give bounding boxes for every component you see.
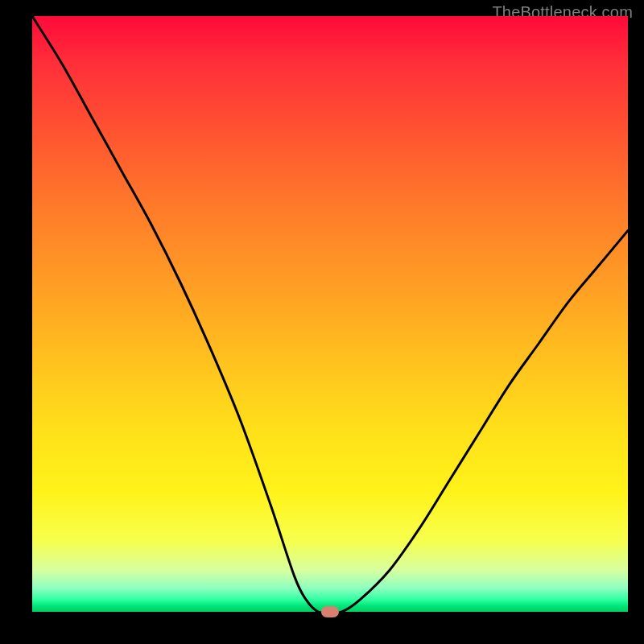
bottleneck-marker (321, 606, 339, 617)
chart-svg (32, 16, 628, 612)
plot-area (32, 16, 628, 612)
bottleneck-curve (32, 16, 628, 612)
chart-frame: TheBottleneck.com (0, 0, 644, 644)
